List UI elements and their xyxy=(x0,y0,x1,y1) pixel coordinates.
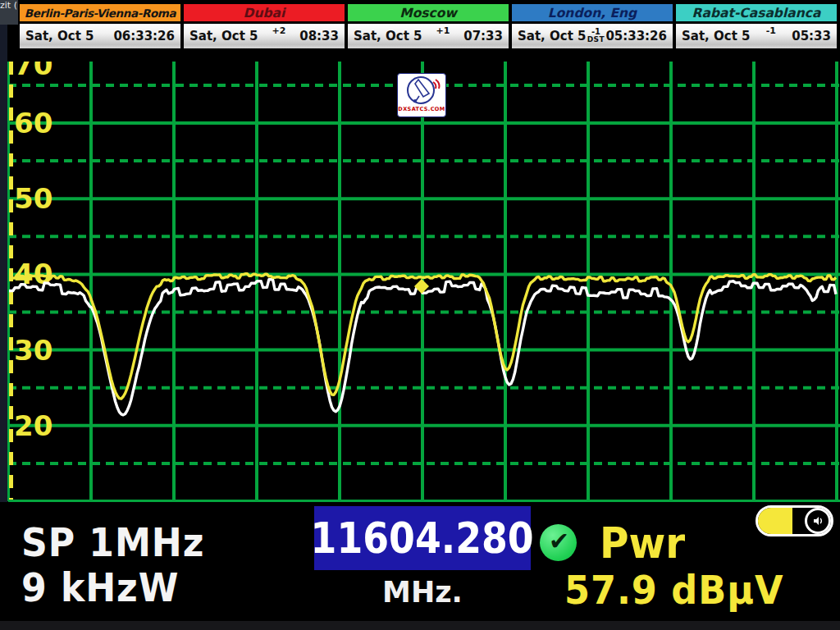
world-clock-bar: Berlin-Paris-Vienna-RomaSat, Oct 506:33:… xyxy=(18,2,838,52)
power-mode-label: Pwr xyxy=(600,519,685,568)
city-time-row: Sat, Oct 5+208:33 xyxy=(182,23,346,50)
clock-cell-3: London, EngSat, Oct 5-1DST05:33:26 xyxy=(510,2,674,52)
city-time: 07:33 xyxy=(463,29,503,43)
city-date: Sat, Oct 5 xyxy=(25,29,94,43)
city-time: 05:33 xyxy=(792,29,831,43)
spectrum-chart: 706050403020 xyxy=(0,52,840,502)
city-time: 06:33:26 xyxy=(113,29,175,43)
frequency-display[interactable]: 11604.280 xyxy=(314,506,531,570)
y-tick-label: 20 xyxy=(14,409,52,442)
logo-text: DXSATCS.COM xyxy=(398,106,445,112)
bottom-edge xyxy=(0,621,840,630)
y-tick-label: 50 xyxy=(14,182,52,215)
y-tick-label: 30 xyxy=(14,334,52,367)
city-utc-offset: -1 xyxy=(751,32,792,40)
city-utc-offset: +1 xyxy=(422,32,464,40)
toggle-thumb[interactable] xyxy=(805,508,831,534)
city-name: Dubai xyxy=(182,2,346,23)
city-name: Rabat-Casablanca xyxy=(674,2,838,23)
city-utc-offset: -1DST xyxy=(587,29,606,43)
city-time-row: Sat, Oct 5-1DST05:33:26 xyxy=(510,23,674,50)
city-time-row: Sat, Oct 5+107:33 xyxy=(346,23,510,50)
audio-toggle[interactable] xyxy=(756,505,833,536)
city-date: Sat, Oct 5 xyxy=(518,29,587,43)
lock-ok-icon: ✔ xyxy=(540,524,577,561)
y-tick-label: 60 xyxy=(14,107,52,139)
city-time-row: Sat, Oct 506:33:26 xyxy=(18,23,182,50)
frequency-unit-label: MHz. xyxy=(314,576,531,609)
city-name: London, Eng xyxy=(510,2,674,23)
satellite-dish-icon xyxy=(399,74,445,107)
bandwidth-readout: 9 kHzW xyxy=(21,564,179,610)
city-name: Berlin-Paris-Vienna-Roma xyxy=(18,2,182,23)
power-value: 57.9 dBµV xyxy=(564,567,783,613)
background-window-fragment: zit ( xyxy=(0,0,18,25)
clock-cell-2: MoscowSat, Oct 5+107:33 xyxy=(346,2,510,52)
grid-lines xyxy=(8,62,840,501)
city-time: 08:33 xyxy=(299,29,339,43)
city-date: Sat, Oct 5 xyxy=(682,29,751,43)
city-time-row: Sat, Oct 5-105:33 xyxy=(674,23,838,50)
city-utc-offset: +2 xyxy=(258,32,300,40)
toggle-fill xyxy=(758,508,792,534)
speaker-icon xyxy=(812,515,824,527)
span-readout: SP 1MHz xyxy=(21,519,204,565)
city-name: Moscow xyxy=(346,2,510,23)
y-axis-labels: 706050403020 xyxy=(14,52,52,442)
screen-left-border xyxy=(0,25,7,502)
city-date: Sat, Oct 5 xyxy=(354,29,422,43)
clock-cell-0: Berlin-Paris-Vienna-RomaSat, Oct 506:33:… xyxy=(18,2,182,52)
dxsatcs-logo: DXSATCS.COM xyxy=(397,73,446,117)
city-time: 05:33:26 xyxy=(605,29,667,43)
frequency-value: 11604.280 xyxy=(311,514,534,563)
y-tick-label: 70 xyxy=(14,52,52,81)
clock-cell-4: Rabat-CasablancaSat, Oct 5-105:33 xyxy=(674,2,838,52)
checkmark-glyph: ✔ xyxy=(549,527,569,555)
city-date: Sat, Oct 5 xyxy=(189,29,258,43)
spectrum-analyzer-screen: zit ( Berlin-Paris-Vienna-RomaSat, Oct 5… xyxy=(0,0,840,630)
clock-cell-1: DubaiSat, Oct 5+208:33 xyxy=(182,2,346,52)
